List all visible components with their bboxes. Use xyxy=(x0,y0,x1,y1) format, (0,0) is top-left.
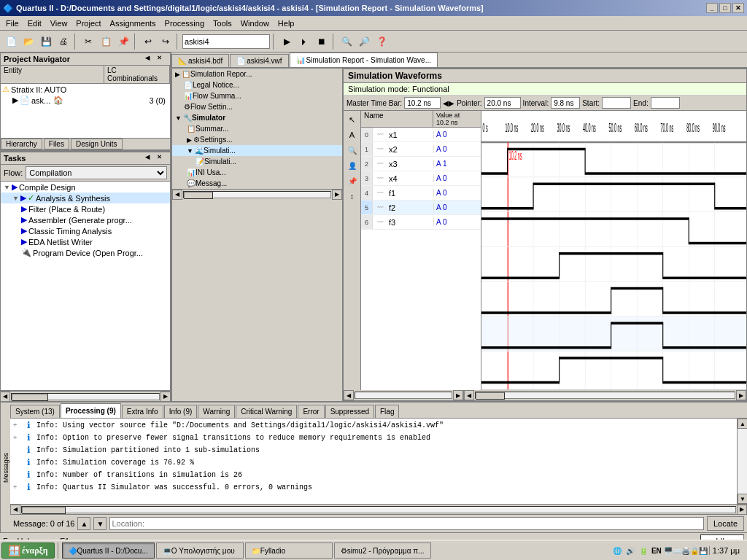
scroll-down-btn[interactable]: ▼ xyxy=(738,494,747,504)
scroll-right-btn[interactable]: ▶ xyxy=(160,392,171,402)
msg-scrollbar-h[interactable]: ◀ ▶ xyxy=(10,504,747,514)
tree-sim-report[interactable]: ▶ 📋 Simulation Repor... xyxy=(172,69,342,79)
add-node-tool[interactable]: 👤 xyxy=(345,158,360,173)
menu-window[interactable]: Window xyxy=(236,18,274,29)
files-tab[interactable]: Files xyxy=(44,139,69,149)
msg-row-5[interactable]: + ℹ Info: Quartus II Simulator was succe… xyxy=(12,481,735,494)
project-input[interactable] xyxy=(182,34,270,49)
taskbar-quartus[interactable]: 🔷 Quartus II - D:/Docu... xyxy=(62,542,155,559)
tab-suppressed[interactable]: Suppressed xyxy=(325,405,374,418)
tree-flow-settings[interactable]: ⚙ Flow Settin... xyxy=(172,101,342,112)
signal-row-x1[interactable]: 0 〰 x1 A 0 xyxy=(361,128,481,142)
msg-scrollbar-v[interactable]: ▲ ▼ xyxy=(737,419,747,504)
zoom-out-button[interactable]: 🔎 xyxy=(356,34,372,50)
scroll-up-btn[interactable]: ▲ xyxy=(738,419,747,429)
new-button[interactable]: 📄 xyxy=(3,34,19,50)
expand-5[interactable]: + xyxy=(13,484,20,491)
tab-sim-report[interactable]: 📊 Simulation Report - Simulation Wave... xyxy=(290,52,438,67)
signal-row-x2[interactable]: 1 〰 x2 A 0 xyxy=(361,142,481,157)
tree-simulator[interactable]: ▼ 🔧 Simulator xyxy=(172,112,342,123)
undo-button[interactable]: ↩ xyxy=(140,34,156,50)
menu-help[interactable]: Help xyxy=(274,18,299,29)
sig-scroll-right[interactable]: ▶ xyxy=(453,390,463,400)
msg-scroll-right[interactable]: ▶ xyxy=(737,505,747,515)
wave-scroll-right[interactable]: ▶ xyxy=(736,390,746,400)
menu-project[interactable]: Project xyxy=(71,18,105,29)
tasks-close-btn[interactable]: ✕ xyxy=(157,154,167,163)
menu-file[interactable]: File xyxy=(1,18,23,29)
help-button[interactable]: ❓ xyxy=(374,34,390,50)
msg-row-2[interactable]: ℹ Info: Simulation partitioned into 1 su… xyxy=(12,444,735,456)
menu-view[interactable]: View xyxy=(46,18,72,29)
msg-row-1[interactable]: + ℹ Info: Option to preserve fewer signa… xyxy=(12,432,735,444)
cut-button[interactable]: ✂ xyxy=(80,34,96,50)
arrow-down-tool[interactable]: ↕ xyxy=(345,189,360,203)
zoom-in-button[interactable]: 🔍 xyxy=(338,34,355,50)
minimize-button[interactable]: _ xyxy=(706,3,718,13)
tree-messages[interactable]: 💬 Messag... xyxy=(172,178,342,189)
text-tool[interactable]: A xyxy=(345,128,360,142)
menu-assignments[interactable]: Assignments xyxy=(106,18,160,29)
tree-settings[interactable]: ▶ ⚙ Settings... xyxy=(172,134,342,145)
scroll-down-msg-btn[interactable]: ▼ xyxy=(93,517,107,530)
redo-button[interactable]: ↪ xyxy=(158,34,174,50)
signal-row-x3[interactable]: 2 〰 x3 A 1 xyxy=(361,157,481,171)
msg-row-4[interactable]: ℹ Info: Number of transitions in simulat… xyxy=(12,469,735,481)
nav-row-askisi[interactable]: ▶ 📄 ask... 🏠 3 (0) xyxy=(1,95,170,106)
navtree-scrollbar[interactable]: ◀ ▶ xyxy=(172,189,342,199)
cursor-tool[interactable]: ↖ xyxy=(345,112,360,127)
tab-error[interactable]: Error xyxy=(298,405,324,418)
tab-info[interactable]: Info (9) xyxy=(164,405,198,418)
taskbar-fylladio[interactable]: 📁 Fylladio xyxy=(245,542,333,559)
tab-system[interactable]: System (13) xyxy=(10,405,60,418)
msg-row-3[interactable]: ℹ Info: Simulation coverage is 76.92 % xyxy=(12,456,735,469)
tab-flag[interactable]: Flag xyxy=(375,405,399,418)
paste-button[interactable]: 📌 xyxy=(115,34,131,50)
stop-button[interactable]: ⏹ xyxy=(314,34,330,50)
location-input[interactable] xyxy=(109,517,704,530)
expand-0[interactable]: + xyxy=(13,422,20,429)
signal-row-f2[interactable]: 5 〰 f2 A 0 xyxy=(361,201,481,215)
task-compile-design[interactable]: ▼ ▶ Compile Design xyxy=(1,182,170,192)
nav-close-button[interactable]: ✕ xyxy=(157,55,167,63)
nav-float-button[interactable]: ◀ xyxy=(145,55,155,63)
tree-ini[interactable]: 📊 INI Usa... xyxy=(172,167,342,178)
nav-row-stratix[interactable]: ⚠ Stratix II: AUTO xyxy=(1,84,170,95)
task-timing[interactable]: ▶ Classic Timing Analysis xyxy=(1,225,170,236)
print-button[interactable]: 🖨 xyxy=(55,34,71,50)
scroll-up-msg-btn[interactable]: ▲ xyxy=(77,517,90,530)
signal-row-f3[interactable]: 6 〰 f3 A 0 xyxy=(361,215,481,230)
tree-legal[interactable]: 📄 Legal Notice... xyxy=(172,79,342,90)
waveform-canvas[interactable]: 0 s 10.0 ns 20.0 ns 30.0 ns 40.0 ns 50.0… xyxy=(481,111,746,390)
close-button[interactable]: ✕ xyxy=(732,3,744,13)
signal-row-x4[interactable]: 3 〰 x4 A 0 xyxy=(361,171,481,186)
msg-row-0[interactable]: + ℹ Info: Using vector source file "D:/D… xyxy=(12,419,735,432)
scroll-left-btn[interactable]: ◀ xyxy=(0,392,10,402)
window-controls[interactable]: _ □ ✕ xyxy=(706,3,744,13)
tasks-float-btn[interactable]: ◀ xyxy=(145,154,155,163)
nav-arrows[interactable]: ◀▶ xyxy=(443,99,454,107)
zoom-tool[interactable]: 🔍 xyxy=(345,143,360,158)
expand-1[interactable]: + xyxy=(13,435,20,442)
sig-scroll-left[interactable]: ◀ xyxy=(344,390,354,400)
start-button[interactable]: 🪟 έναρξη xyxy=(1,542,55,559)
tab-bdf[interactable]: 📐 askisi4.bdf xyxy=(171,54,229,67)
copy-button[interactable]: 📋 xyxy=(98,34,114,50)
design-units-tab[interactable]: Design Units xyxy=(71,139,123,149)
tab-warning[interactable]: Warning xyxy=(198,405,235,418)
hierarchy-tab[interactable]: Hierarchy xyxy=(1,139,42,149)
start-button[interactable]: ⏵ xyxy=(296,34,312,50)
tree-simwaves[interactable]: ▼ 🌊 Simulati... xyxy=(172,145,342,156)
open-button[interactable]: 📂 xyxy=(20,34,36,50)
tree-simwaves-sub[interactable]: 📝 Simulati... xyxy=(172,156,342,167)
maximize-button[interactable]: □ xyxy=(719,3,731,13)
tab-vwf[interactable]: 📄 askisi4.vwf xyxy=(230,54,288,67)
scroll-left[interactable]: ◀ xyxy=(172,190,182,200)
save-button[interactable]: 💾 xyxy=(38,34,54,50)
tasks-scrollbar-h[interactable]: ◀ ▶ xyxy=(0,391,171,401)
taskbar-simu[interactable]: ⚙ simu2 - Πρόγραμμα π... xyxy=(334,542,431,559)
task-analysis[interactable]: ▼ ▶ ✓ Analysis & Synthesis xyxy=(1,192,170,203)
scroll-right[interactable]: ▶ xyxy=(332,190,342,200)
tree-flow-summary[interactable]: 📊 Flow Summa... xyxy=(172,90,342,101)
task-program[interactable]: 🔌 Program Device (Open Progr... xyxy=(1,247,170,258)
